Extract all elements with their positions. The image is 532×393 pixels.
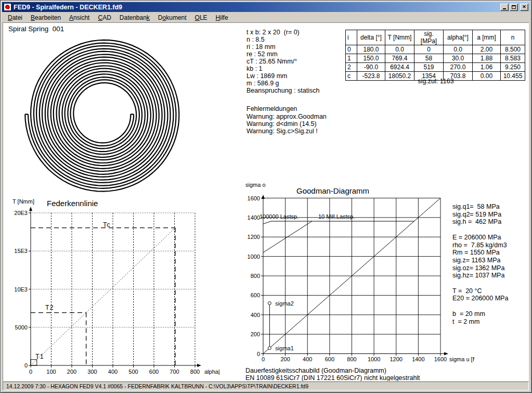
minimize-button[interactable] [500, 4, 509, 11]
svg-text:T2: T2 [45, 304, 54, 311]
svg-text:1000: 1000 [248, 253, 260, 260]
menu-item-ansicht[interactable]: Ansicht [65, 13, 94, 22]
table-cell: 0.0 [385, 45, 414, 54]
svg-text:300: 300 [87, 369, 97, 375]
menu-bar: DateiBearbeitenAnsichtCADDatenbankDokume… [3, 13, 529, 22]
svg-text:10E3: 10E3 [14, 286, 28, 293]
table-cell: 150.0 [357, 54, 385, 63]
maximize-button[interactable] [510, 4, 518, 11]
menu-item-cad[interactable]: CAD [94, 13, 115, 22]
svg-text:sigma u [MPa]: sigma u [MPa] [449, 356, 474, 362]
table-cell: 6924.4 [385, 63, 414, 72]
svg-text:1600: 1600 [434, 356, 447, 362]
menu-item-ole[interactable]: OLE [191, 13, 212, 22]
minimize-icon [503, 8, 506, 9]
svg-text:1200: 1200 [390, 356, 403, 362]
svg-text:800: 800 [251, 273, 260, 279]
table-cell: 2 [346, 63, 357, 72]
table-header-cell: i [346, 30, 357, 45]
status-text: 14.12.2009 7:30 - HEXAGON FED9 V4.1 #006… [6, 383, 308, 389]
table-header-cell: T [Nmm] [385, 30, 414, 45]
table-cell: 270.0 [444, 63, 473, 72]
svg-text:1400: 1400 [412, 356, 424, 362]
table-cell: 1 [346, 54, 357, 63]
svg-text:sigma o: sigma o [245, 182, 266, 188]
svg-text:0: 0 [24, 362, 28, 369]
svg-text:600: 600 [149, 369, 159, 375]
svg-text:100000 Lastsp.: 100000 Lastsp. [259, 213, 299, 220]
svg-text:200: 200 [67, 369, 76, 375]
svg-text:alpha[°]: alpha[°] [204, 369, 219, 375]
table-cell: 519 [414, 63, 444, 72]
svg-text:600: 600 [325, 356, 334, 362]
menu-item-bearbeiten[interactable]: Bearbeiten [27, 13, 65, 22]
table-cell: 8.583 [501, 54, 525, 63]
table-header-cell: a [mm] [473, 30, 501, 45]
table-cell: 2.00 [473, 45, 501, 54]
svg-text:600: 600 [251, 292, 260, 298]
error-messages-text: Warnung: approx.Goodman Warnung: d<dmin … [246, 113, 327, 135]
spring-parameters-text: t x b: 2 x 20 (r= 0) n : 8.5 ri : 18 mm … [246, 29, 319, 94]
table-cell: 9.250 [501, 63, 525, 72]
close-icon: ✕ [522, 5, 526, 9]
table-cell: 8.500 [501, 45, 525, 54]
menu-item-datei[interactable]: Datei [4, 13, 27, 22]
error-messages-heading: Fehlermeldungen [246, 105, 297, 112]
table-cell: 58 [414, 54, 444, 63]
table-header-row: idelta [°]T [Nmm]sig.[MPa]alpha[°]a [mm]… [346, 30, 525, 45]
table-row: 2-90.06924.4519270.01.069.250 [346, 63, 525, 72]
svg-text:1600: 1600 [248, 195, 260, 201]
spiral-spring-drawing [19, 31, 191, 200]
federkennlinie-chart: 0500010E315E320E301002003004005006007008… [4, 196, 219, 381]
svg-text:1400: 1400 [248, 214, 260, 221]
svg-text:0: 0 [262, 356, 265, 362]
table-cell: -90.0 [357, 63, 385, 72]
table-cell: 0.0 [444, 45, 473, 54]
goodman-diagram-chart: 0200400600800100012001400160002004006008… [238, 181, 474, 365]
title-bar: FED9 - Spiralfedern - DECKER1.fd9 ✕ [2, 2, 530, 12]
svg-text:10 Mill.Lastsp.: 10 Mill.Lastsp. [318, 213, 355, 220]
svg-text:800: 800 [347, 356, 356, 362]
status-bar: 14.12.2009 7:30 - HEXAGON FED9 V4.1 #006… [3, 382, 529, 390]
table-header-cell: delta [°] [357, 30, 385, 45]
menu-item-dokument[interactable]: Dokument [154, 13, 191, 22]
svg-text:500: 500 [128, 369, 138, 375]
close-button[interactable]: ✕ [520, 4, 528, 11]
svg-text:1200: 1200 [248, 234, 260, 240]
table-cell: 1.88 [473, 54, 501, 63]
results-table: idelta [°]T [Nmm]sig.[MPa]alpha[°]a [mm]… [345, 30, 525, 81]
maximize-icon [512, 5, 516, 9]
svg-text:Goodman-Diagramm: Goodman-Diagramm [296, 186, 369, 195]
svg-text:400: 400 [251, 312, 260, 318]
svg-text:700: 700 [170, 369, 179, 375]
table-cell: 1.06 [473, 63, 501, 72]
svg-text:Federkennlinie: Federkennlinie [47, 199, 98, 208]
table-cell: 769.4 [385, 54, 414, 63]
svg-text:400: 400 [108, 369, 118, 375]
sig-zul-label: sig.zul: 1163 [345, 78, 526, 85]
svg-text:200: 200 [251, 331, 260, 337]
menu-item-hilfe[interactable]: Hilfe [212, 13, 232, 22]
table-header-cell: sig.[MPa] [414, 30, 444, 45]
menu-item-datenbank[interactable]: Datenbank [115, 13, 154, 22]
table-row: 0180.00.000.02.008.500 [346, 45, 525, 54]
table-cell: 0 [414, 45, 444, 54]
svg-text:5000: 5000 [15, 324, 28, 331]
window-title: FED9 - Spiralfedern - DECKER1.fd9 [14, 4, 498, 11]
svg-text:sigma1: sigma1 [275, 345, 293, 351]
client-area: Spiral Spring 001 t x b: 2 x 20 (r= 0) n… [3, 22, 529, 381]
goodman-notes-text: Dauerfestigkeitsschaubild (Goodman-Diagr… [245, 367, 420, 381]
svg-text:100: 100 [46, 369, 56, 375]
table-row: 1150.0769.45830.01.888.583 [346, 54, 525, 63]
app-window: FED9 - Spiralfedern - DECKER1.fd9 ✕ Date… [0, 0, 532, 393]
table-cell: 30.0 [444, 54, 473, 63]
svg-text:Tc: Tc [103, 221, 111, 229]
table-cell: 180.0 [357, 45, 385, 54]
svg-text:T1: T1 [35, 353, 44, 360]
table-header-cell: n [501, 30, 525, 45]
svg-text:0: 0 [29, 369, 32, 375]
svg-text:T [Nmm]: T [Nmm] [12, 198, 34, 205]
table-header-cell: alpha[°] [444, 30, 473, 45]
window-controls: ✕ [500, 4, 528, 11]
table-cell: 0 [346, 45, 357, 54]
